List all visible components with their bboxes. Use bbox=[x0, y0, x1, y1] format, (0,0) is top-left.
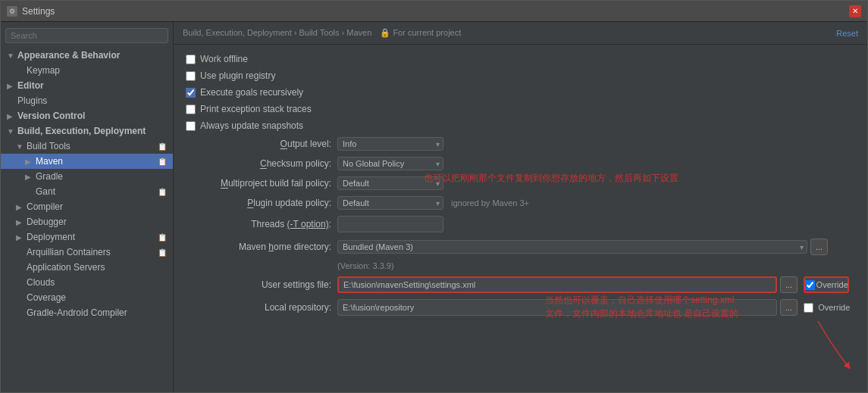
sidebar-label-coverage: Coverage bbox=[27, 292, 66, 303]
threads-row: Threads (-T option): bbox=[186, 216, 855, 232]
sidebar-item-appearance[interactable]: ▼ Appearance & Behavior bbox=[1, 48, 173, 63]
sidebar-item-version-control[interactable]: ▶ Version Control bbox=[1, 108, 173, 123]
multiproject-control: Default At End Never bbox=[337, 176, 443, 190]
work-offline-label: Work offline bbox=[200, 54, 248, 64]
local-repo-override-label: Override bbox=[818, 303, 850, 312]
threads-control bbox=[337, 216, 443, 232]
sidebar-label-deployment: Deployment bbox=[27, 232, 75, 242]
print-exception-checkbox[interactable] bbox=[186, 104, 196, 114]
sidebar-label-debugger: Debugger bbox=[27, 217, 67, 227]
maven-home-row: Maven home directory: Bundled (Maven 3) … bbox=[186, 239, 855, 255]
user-settings-file-row: ... Override bbox=[337, 276, 849, 293]
execute-goals-checkbox[interactable] bbox=[186, 88, 196, 98]
breadcrumb-left: Build, Execution, Deployment › Build Too… bbox=[183, 28, 461, 38]
sidebar-item-debugger[interactable]: ▶ Debugger bbox=[1, 214, 173, 229]
user-settings-override-label: Override bbox=[816, 280, 848, 289]
maven-home-browse-btn[interactable]: ... bbox=[810, 239, 828, 255]
checksum-policy-row: Checksum policy: No Global Policy Strict… bbox=[186, 157, 855, 170]
build-tools-icon: 📋 bbox=[158, 142, 167, 151]
sidebar-item-gradle-android[interactable]: Gradle-Android Compiler bbox=[1, 305, 173, 320]
local-repo-path-input[interactable] bbox=[337, 299, 777, 316]
sidebar-item-gant[interactable]: Gant 📋 bbox=[1, 184, 173, 199]
plugin-update-label: Plugin update policy: bbox=[186, 198, 337, 208]
multiproject-dropdown[interactable]: Default At End Never bbox=[337, 176, 443, 190]
deployment-icon: 📋 bbox=[158, 233, 167, 242]
output-level-row: Output level: Info Debug Warning bbox=[186, 137, 855, 151]
expand-arrow-build-tools: ▼ bbox=[16, 142, 25, 151]
local-repo-browse-btn[interactable]: ... bbox=[780, 299, 797, 316]
plugin-registry-checkbox[interactable] bbox=[186, 71, 196, 81]
sidebar-item-arquillian[interactable]: Arquillian Containers 📋 bbox=[1, 245, 173, 260]
checkbox-work-offline: Work offline bbox=[186, 54, 855, 64]
reset-button[interactable]: Reset bbox=[836, 29, 858, 38]
expand-arrow-appearance: ▼ bbox=[7, 51, 16, 60]
checksum-policy-label: Checksum policy: bbox=[186, 158, 337, 169]
main-panel: Build, Execution, Deployment › Build Too… bbox=[174, 22, 867, 392]
maven-version-row: (Version: 3.3.9) bbox=[186, 261, 855, 270]
expand-arrow-vc: ▶ bbox=[7, 112, 16, 120]
output-level-label: Output level: bbox=[186, 139, 337, 149]
title-bar-left: ⚙ Settings bbox=[7, 6, 55, 17]
sidebar-item-gradle[interactable]: ▶ Gradle bbox=[1, 169, 173, 184]
sidebar-label-plugins: Plugins bbox=[17, 95, 47, 106]
settings-content: Work offline Use plugin registry Execute… bbox=[174, 45, 867, 392]
sidebar-label-maven: Maven bbox=[36, 156, 63, 167]
window-title: Settings bbox=[22, 6, 55, 17]
maven-home-control: Bundled (Maven 3) ... bbox=[337, 239, 828, 255]
expand-arrow-gradle: ▶ bbox=[25, 173, 34, 181]
main-content: ▼ Appearance & Behavior Keymap ▶ Editor … bbox=[1, 22, 867, 392]
maven-home-dropdown[interactable]: Bundled (Maven 3) bbox=[337, 240, 807, 254]
sidebar-item-compiler[interactable]: ▶ Compiler bbox=[1, 199, 173, 214]
sidebar-label-arquillian: Arquillian Containers bbox=[27, 247, 111, 257]
sidebar-item-deployment[interactable]: ▶ Deployment 📋 bbox=[1, 229, 173, 245]
user-settings-row: User settings file: ... Override bbox=[186, 276, 855, 293]
maven-home-dropdown-wrapper: Bundled (Maven 3) bbox=[337, 240, 807, 254]
user-settings-browse-btn[interactable]: ... bbox=[780, 276, 797, 293]
multiproject-dropdown-wrapper: Default At End Never bbox=[337, 176, 443, 190]
checksum-policy-dropdown[interactable]: No Global Policy Strict Warn bbox=[337, 157, 443, 170]
work-offline-checkbox[interactable] bbox=[186, 55, 196, 64]
maven-home-label: Maven home directory: bbox=[186, 242, 337, 252]
sidebar-label-app-servers: Application Servers bbox=[27, 262, 105, 273]
expand-arrow-build: ▼ bbox=[7, 127, 16, 136]
output-level-dropdown[interactable]: Info Debug Warning bbox=[337, 137, 443, 151]
sidebar-item-build-exec[interactable]: ▼ Build, Execution, Deployment bbox=[1, 123, 173, 139]
expand-arrow-compiler: ▶ bbox=[16, 203, 25, 211]
sidebar-item-keymap[interactable]: Keymap bbox=[1, 63, 173, 78]
plugin-update-dropdown[interactable]: Default Always Never bbox=[337, 196, 443, 210]
threads-label: Threads (-T option): bbox=[186, 219, 337, 229]
maven-version-label: (Version: 3.3.9) bbox=[337, 261, 394, 270]
user-settings-path-input[interactable] bbox=[337, 276, 777, 293]
always-update-label: Always update snapshots bbox=[200, 120, 303, 131]
sidebar-label-compiler: Compiler bbox=[27, 201, 63, 212]
sidebar-item-plugins[interactable]: Plugins bbox=[1, 93, 173, 108]
expand-arrow-debugger: ▶ bbox=[16, 218, 25, 226]
checkbox-plugin-registry: Use plugin registry bbox=[186, 70, 855, 81]
sidebar-item-maven[interactable]: ▶ Maven 📋 bbox=[1, 154, 173, 169]
plugin-registry-label: Use plugin registry bbox=[200, 70, 275, 81]
sidebar-label-build-exec: Build, Execution, Deployment bbox=[17, 126, 146, 136]
user-settings-override-checkbox[interactable] bbox=[805, 280, 815, 290]
sidebar-item-app-servers[interactable]: Application Servers bbox=[1, 260, 173, 275]
print-exception-label: Print exception stack traces bbox=[200, 104, 312, 114]
sidebar-label-build-tools: Build Tools bbox=[27, 141, 71, 151]
multiproject-label: Multiproject build fail policy: bbox=[186, 178, 337, 189]
sidebar-label-clouds: Clouds bbox=[27, 277, 55, 288]
sidebar-item-build-tools[interactable]: ▼ Build Tools 📋 bbox=[1, 139, 173, 154]
sidebar-item-coverage[interactable]: Coverage bbox=[1, 290, 173, 305]
gant-icon: 📋 bbox=[158, 188, 167, 196]
search-input[interactable] bbox=[5, 28, 168, 43]
ignored-label: ignored by Maven 3+ bbox=[451, 198, 529, 207]
sidebar-label-gradle-android: Gradle-Android Compiler bbox=[27, 307, 127, 318]
sidebar-item-editor[interactable]: ▶ Editor bbox=[1, 78, 173, 93]
always-update-checkbox[interactable] bbox=[186, 121, 196, 131]
local-repo-override-checkbox[interactable] bbox=[804, 303, 813, 313]
override-box-user: Override bbox=[804, 276, 849, 293]
output-level-dropdown-wrapper: Info Debug Warning bbox=[337, 137, 443, 151]
sidebar-item-clouds[interactable]: Clouds bbox=[1, 275, 173, 290]
close-button[interactable]: ✕ bbox=[849, 5, 861, 17]
expand-arrow-deployment: ▶ bbox=[16, 233, 25, 242]
sidebar-label-gant: Gant bbox=[36, 186, 55, 197]
user-settings-label: User settings file: bbox=[186, 279, 337, 290]
threads-input[interactable] bbox=[337, 216, 443, 232]
